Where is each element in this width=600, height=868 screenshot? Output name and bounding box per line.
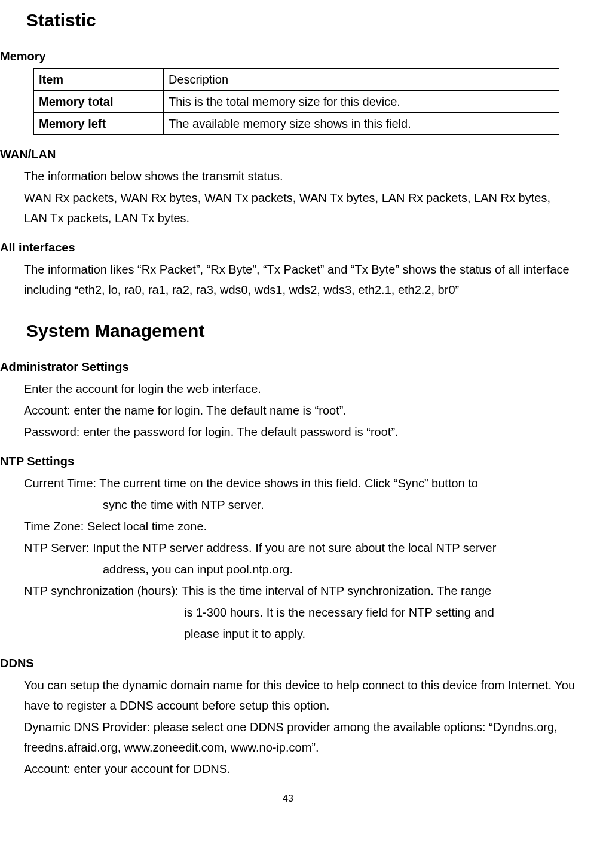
heading-ntp-settings: NTP Settings — [0, 452, 576, 471]
heading-system-management: System Management — [26, 317, 576, 345]
table-cell-item: Memory left — [34, 113, 164, 135]
wanlan-text-1: The information below shows the transmit… — [24, 166, 576, 186]
ddns-text-3: Account: enter your account for DDNS. — [24, 759, 576, 779]
wanlan-text-2: WAN Rx packets, WAN Rx bytes, WAN Tx pac… — [24, 188, 576, 228]
ntp-server-1: NTP Server: Input the NTP server address… — [24, 538, 576, 558]
ntp-server-2: address, you can input pool.ntp.org. — [103, 559, 576, 579]
table-cell-item: Memory total — [34, 91, 164, 113]
all-interfaces-text: The information likes “Rx Packet”, “Rx B… — [24, 259, 576, 300]
memory-table: Item Description Memory total This is th… — [33, 68, 559, 135]
table-header-item: Item — [34, 69, 164, 91]
admin-text-1: Enter the account for login the web inte… — [24, 379, 576, 399]
ntp-sync-1: NTP synchronization (hours): This is the… — [24, 581, 576, 601]
table-row: Memory total This is the total memory si… — [34, 91, 559, 113]
ntp-sync-2: is 1-300 hours. It is the necessary fiel… — [184, 602, 576, 622]
heading-statistic: Statistic — [26, 6, 576, 35]
heading-memory: Memory — [0, 47, 576, 66]
ddns-text-1: You can setup the dynamic domain name fo… — [24, 675, 576, 716]
table-row: Item Description — [34, 69, 559, 91]
admin-text-2: Account: enter the name for login. The d… — [24, 400, 576, 421]
heading-all-interfaces: All interfaces — [0, 238, 576, 257]
ntp-current-time-2: sync the time with NTP server. — [103, 495, 576, 515]
heading-wanlan: WAN/LAN — [0, 145, 576, 164]
ddns-text-2: Dynamic DNS Provider: please select one … — [24, 717, 576, 757]
ntp-sync-3: please input it to apply. — [184, 624, 576, 644]
ntp-timezone: Time Zone: Select local time zone. — [24, 516, 576, 536]
heading-admin-settings: Administrator Settings — [0, 357, 576, 376]
table-cell-desc: The available memory size shows in this … — [164, 113, 559, 135]
table-cell-desc: This is the total memory size for this d… — [164, 91, 559, 113]
ntp-current-time-1: Current Time: The current time on the de… — [24, 473, 576, 493]
page-number: 43 — [0, 791, 576, 806]
table-row: Memory left The available memory size sh… — [34, 113, 559, 135]
heading-ddns: DDNS — [0, 654, 576, 673]
admin-text-3: Password: enter the password for login. … — [24, 422, 576, 442]
table-header-desc: Description — [164, 69, 559, 91]
